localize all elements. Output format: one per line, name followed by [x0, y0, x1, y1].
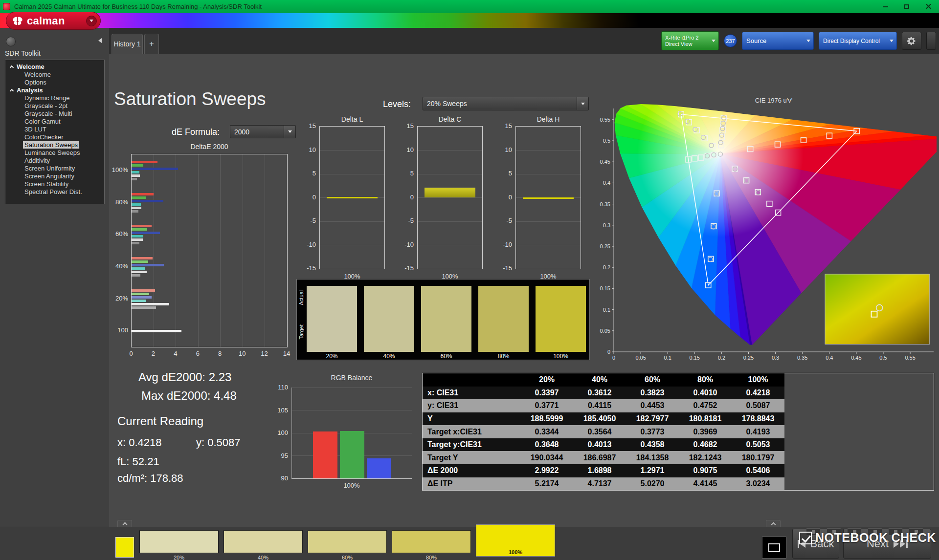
pattern-window-button[interactable]: [762, 537, 786, 559]
logo-menu-button[interactable]: [86, 16, 97, 26]
next-arrow-icon: [894, 540, 908, 548]
back-arrow-icon: [798, 540, 805, 548]
workflow-tree: WelcomeWelcomeOptionsAnalysisDynamic Ran…: [5, 60, 105, 204]
preview-swatch-label: 40%: [364, 353, 414, 360]
pattern-option-button[interactable]: [806, 528, 821, 536]
value-cell: 178.8843: [732, 412, 784, 426]
display-control-label: Direct Display Control: [823, 38, 880, 44]
sidebar-item-additivity[interactable]: Additivity: [5, 156, 104, 164]
deltae-bar: [132, 300, 146, 302]
pattern-window-tab[interactable]: [766, 520, 781, 527]
sidebar-item-grayscale-multi[interactable]: Grayscale - Multi: [5, 109, 104, 117]
calman-logo-button[interactable]: calman: [6, 12, 101, 30]
sidebar-home-button[interactable]: [6, 37, 16, 46]
value-cell: 0.5053: [732, 438, 784, 452]
deltae-bar: [132, 238, 143, 241]
sidebar-item-welcome[interactable]: Welcome: [5, 70, 104, 78]
sidebar-collapse-button[interactable]: [95, 36, 104, 45]
minimize-button[interactable]: [874, 0, 896, 13]
active-pattern-swatch[interactable]: [115, 537, 134, 558]
pattern-option-button[interactable]: [888, 528, 903, 536]
rgb-balance-chart: RGB Balance 100% 1101051009590: [270, 374, 417, 491]
y-tick-label: -15: [496, 264, 512, 272]
pattern-swatch-80[interactable]: 80%: [392, 530, 471, 553]
sidebar-item-color-gamut[interactable]: Color Gamut: [5, 117, 104, 125]
current-cd-value: cd/m²: 178.88: [117, 472, 183, 485]
x-tick-label: 6: [190, 350, 205, 357]
pattern-tray-tab[interactable]: [117, 520, 132, 527]
table-header-cell: 40%: [573, 373, 626, 387]
deltae-bar: [132, 293, 149, 295]
sidebar-item-screen-uniformity[interactable]: Screen Uniformity: [5, 164, 104, 172]
pattern-swatch-40[interactable]: 40%: [224, 530, 303, 553]
window-controls: [874, 0, 939, 13]
sidebar-item-colorchecker[interactable]: ColorChecker: [5, 133, 104, 141]
sidebar-item-luminance-sweeps[interactable]: Luminance Sweeps: [5, 149, 104, 156]
gridline: [198, 154, 199, 347]
preview-swatch-80: [478, 286, 529, 352]
sidebar-item-dynamic-range[interactable]: Dynamic Range: [5, 94, 104, 102]
pattern-option-button[interactable]: [909, 528, 923, 536]
cie-text: 0.05: [635, 355, 646, 361]
tab-history-1[interactable]: History 1: [112, 34, 143, 54]
display-control-dropdown[interactable]: Direct Display Control: [819, 32, 897, 50]
x-tick-label: 14: [279, 350, 294, 357]
avg-value: 2.23: [209, 370, 232, 384]
pattern-preview-panel: Actual Target 20%40%60%80%100%: [296, 279, 590, 360]
meter-dropdown[interactable]: X-Rite i1Pro 2 Direct View: [661, 31, 719, 50]
deltae-bar: [132, 196, 146, 199]
table-header-cell: [423, 373, 520, 387]
table-row: Y188.5999185.4050182.7977180.8181178.884…: [423, 412, 784, 426]
sidebar-item-3d-lut[interactable]: 3D LUT: [5, 125, 104, 133]
logo-wordmark: calman: [27, 15, 65, 27]
y-tick-label: -15: [398, 264, 414, 272]
value-cell: 0.3773: [626, 425, 679, 438]
sidebar-item-options[interactable]: Options: [5, 78, 104, 86]
row-label: Target y:CIE31: [423, 438, 520, 452]
sidebar-item-grayscale-2pt[interactable]: Grayscale - 2pt: [5, 102, 104, 109]
source-dropdown[interactable]: Source: [742, 32, 814, 50]
tree-group-analysis[interactable]: Analysis: [5, 86, 104, 94]
pattern-swatch-100[interactable]: 100%: [476, 524, 555, 557]
y-tick-label: 100: [270, 429, 288, 436]
pattern-swatch-60[interactable]: 60%: [308, 530, 387, 553]
sidebar-item-saturation-sweeps[interactable]: Saturation Sweeps: [5, 141, 104, 149]
pattern-option-button[interactable]: [847, 528, 862, 536]
more-options-button[interactable]: [926, 32, 936, 50]
sidebar-item-spectral-power-dist[interactable]: Spectral Power Dist.: [5, 188, 104, 195]
sidebar-item-screen-stability[interactable]: Screen Stability: [5, 180, 104, 188]
app-window: Calman 2025 Calman Ultimate for Business…: [0, 0, 939, 560]
de-formula-select[interactable]: 2000: [230, 125, 296, 138]
current-x-value: x: 0.4218: [117, 436, 162, 449]
gridline: [220, 154, 221, 347]
cie-text: 0: [612, 355, 615, 361]
butterfly-icon: [11, 15, 24, 27]
value-cell: 188.5999: [520, 412, 573, 426]
pattern-option-button[interactable]: [827, 528, 841, 536]
close-button[interactable]: [917, 0, 939, 13]
cie-text: 0.35: [797, 355, 807, 361]
value-cell: 0.4193: [732, 425, 784, 438]
value-cell: 3.0234: [732, 477, 784, 491]
cie-text: 0.45: [851, 355, 861, 361]
cie-1976-diagram: 00.050.10.150.20.250.30.350.40.450.50.55…: [596, 96, 937, 362]
settings-gear-button[interactable]: [902, 32, 921, 50]
levels-select[interactable]: 20% Sweeps: [423, 97, 589, 110]
tree-group-welcome[interactable]: Welcome: [5, 63, 104, 70]
current-fl-value: fL: 52.21: [117, 455, 159, 468]
cie-text: 0.3: [772, 355, 779, 361]
value-cell: 182.7977: [626, 412, 679, 426]
tab-add-button[interactable]: +: [144, 34, 159, 54]
deltae-bar: [132, 260, 148, 263]
pattern-swatch-20[interactable]: 20%: [139, 530, 219, 553]
sidebar-item-screen-angularity[interactable]: Screen Angularity: [5, 172, 104, 180]
value-cell: 182.1243: [679, 451, 732, 464]
maximize-button[interactable]: [896, 0, 917, 13]
x-tick-label: 10: [235, 350, 249, 357]
pattern-option-button[interactable]: [868, 528, 882, 536]
value-cell: 0.4752: [679, 399, 732, 412]
value-cell: 0.4013: [573, 438, 626, 452]
rainbow-strip: [0, 13, 939, 28]
value-cell: 0.5406: [732, 464, 784, 477]
value-cell: 0.3969: [679, 425, 732, 438]
